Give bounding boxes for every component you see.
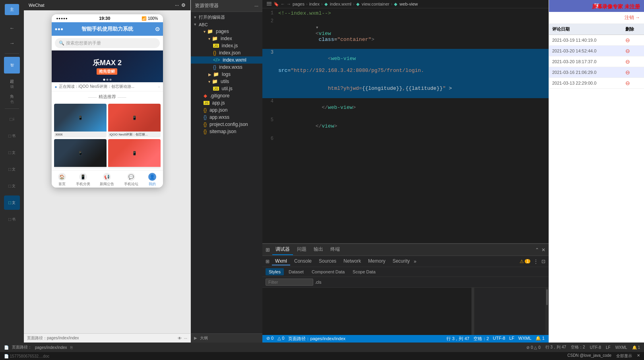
phone-settings-icon[interactable]: ⚙ xyxy=(181,2,186,8)
grid-item-1[interactable]: 📱 xxxx xyxy=(54,104,107,137)
warning-icon: ⚠ xyxy=(520,259,524,264)
file-util-js[interactable]: JS util.js xyxy=(191,85,262,92)
phone-dots-icon[interactable]: ··· xyxy=(175,2,179,8)
devtools-panel-icon[interactable]: ⊞ xyxy=(266,247,270,253)
forward-icon[interactable]: → xyxy=(287,2,291,6)
sidebar-icon-back[interactable]: ← xyxy=(4,21,20,35)
devtools-tab-terminal[interactable]: 终端 xyxy=(327,244,343,255)
outline-section[interactable]: ▶ 大纲 xyxy=(191,333,262,343)
file-app-json[interactable]: {} app.json xyxy=(191,106,262,114)
phone-search-bar[interactable]: 🔍 搜索您想要的手册 xyxy=(55,38,160,48)
sidebar-icon-s1[interactable]: 超级 xyxy=(4,77,20,91)
file-index-json[interactable]: {} index.json xyxy=(191,49,262,56)
cls-badge[interactable]: .cls xyxy=(315,280,322,285)
sidebar-icon-smart[interactable]: 智 xyxy=(4,57,20,74)
file-app-wxss[interactable]: {} app.wxss xyxy=(191,114,262,121)
breadcrumb-pages[interactable]: pages xyxy=(293,2,305,6)
phone-footer-dots-icon[interactable]: ··· xyxy=(184,336,187,341)
grid-item-3[interactable]: 📱 xyxy=(54,139,107,168)
devtools-subtab-dataset[interactable]: Dataset xyxy=(285,268,307,275)
folder-icon-3: ▶ xyxy=(208,72,211,77)
sidebar-icon-f3[interactable]: □文 xyxy=(4,145,20,160)
nav-phones[interactable]: 📱 手机分类 xyxy=(76,173,90,187)
nav-home[interactable]: 🏠 首页 xyxy=(58,173,66,187)
devtools-dock-icon[interactable]: ⊡ xyxy=(541,259,545,264)
devtools-tab-network[interactable]: Network xyxy=(340,257,364,265)
devtools-main-pane xyxy=(262,288,471,343)
comment-date-4: 2021-03-16 21:06:29.0 xyxy=(549,67,622,78)
sidebar-icon-f1[interactable]: □i xyxy=(4,112,20,126)
file-app-js[interactable]: JS app.js xyxy=(191,99,262,106)
delete-btn-1[interactable]: ⊖ xyxy=(625,37,630,43)
devtools-close-icon[interactable]: ✕ xyxy=(541,247,545,253)
delete-btn-5[interactable]: ⊖ xyxy=(625,80,630,86)
open-editors-header[interactable]: ▾ 打开的编辑器 xyxy=(191,14,262,21)
bookmark-icon[interactable]: 🔖 xyxy=(274,2,279,7)
file-sitemap[interactable]: {} sitemap.json xyxy=(191,128,262,135)
sidebar-icon-f7[interactable]: □书 xyxy=(4,212,20,226)
breadcrumb-webview: web-view xyxy=(400,2,418,6)
reading-bar: ● 正在阅读：iQOO Neo5评测：创芯驱动游... › xyxy=(52,82,163,91)
nav-news[interactable]: 📢 新闻公告 xyxy=(100,173,114,187)
sidebar-icon-f4[interactable]: □文 xyxy=(4,162,20,176)
filter-input[interactable] xyxy=(266,279,313,286)
file-utils-folder[interactable]: ▾ 📁 utils xyxy=(191,78,262,85)
sidebar-icon-f5[interactable]: □文 xyxy=(4,179,20,193)
devtools-tab-problems[interactable]: 问题 xyxy=(294,244,310,255)
csdn-all-show[interactable]: 全部显示 xyxy=(616,353,632,359)
devtools-scrollbar[interactable] xyxy=(545,288,549,343)
devtools-tab-memory[interactable]: Memory xyxy=(365,257,388,265)
breadcrumb-index[interactable]: index xyxy=(309,2,320,6)
devtools-more-tabs-icon[interactable]: » xyxy=(414,259,417,264)
sidebar-icon-f2[interactable]: □书 xyxy=(4,129,20,143)
outline-label: 大纲 xyxy=(200,336,208,340)
project-header[interactable]: ▾ ABC xyxy=(191,21,262,28)
devtools-options-icon[interactable]: ⋮ xyxy=(533,259,538,264)
file-index-folder[interactable]: ▾ 📁 index xyxy=(191,35,262,42)
file-project-config[interactable]: {} project.config.json xyxy=(191,121,262,128)
index-wxml-label: index.wxml xyxy=(223,57,246,63)
bottom-copy-icon[interactable]: ⎘ xyxy=(70,345,73,350)
sidebar-icon-forward[interactable]: → xyxy=(4,36,20,50)
csdn-close-icon[interactable]: ✕ xyxy=(637,353,640,359)
devtools-tab-console[interactable]: Console xyxy=(291,257,315,265)
devtools-tab-debugger[interactable]: 调试器 xyxy=(272,244,293,255)
pages-folder-icon: 📁 xyxy=(207,29,213,34)
devtools-subtab-scope[interactable]: Scope Data xyxy=(349,268,378,275)
file-index-wxss[interactable]: {} index.wxss xyxy=(191,64,262,71)
back-icon[interactable]: ← xyxy=(281,2,285,6)
sidebar-icon-f6[interactable]: □文 xyxy=(4,195,20,210)
devtools-tab-wxml[interactable]: Wxml xyxy=(272,257,290,265)
devtools-subtab-component[interactable]: Component Data xyxy=(308,268,348,275)
sidebar-icon-main[interactable]: 主 xyxy=(5,4,19,15)
devtools-expand-icon[interactable]: ⌃ xyxy=(535,247,539,253)
delete-btn-2[interactable]: ⊖ xyxy=(625,48,630,54)
devtools-subtab-styles[interactable]: Styles xyxy=(266,268,284,275)
file-index-wxml[interactable]: </> index.wxml xyxy=(191,56,262,64)
file-index-js[interactable]: JS index.js xyxy=(191,42,262,49)
logout-action[interactable]: 注销 → xyxy=(549,12,644,24)
breadcrumb-wxml[interactable]: index.wxml xyxy=(330,2,351,6)
devtools-tab-output[interactable]: 输出 xyxy=(310,244,326,255)
nav-forum[interactable]: 💬 手机论坛 xyxy=(124,173,138,187)
nav-forum-label: 手机论坛 xyxy=(124,182,138,187)
file-explorer-more-icon[interactable]: ··· xyxy=(254,3,258,9)
watermark: 屏幕录像专家 未注册 xyxy=(592,3,640,10)
file-pages[interactable]: ▾ 📁 pages xyxy=(191,28,262,35)
file-logs-folder[interactable]: ▶ 📁 logs xyxy=(191,71,262,78)
nav-mine[interactable]: 👤 我的 xyxy=(148,173,156,187)
phone-footer-eye-icon[interactable]: 👁 xyxy=(178,336,182,341)
file-gitignore[interactable]: ◆ .gitignore xyxy=(191,92,262,99)
project-config-label: project.config.json xyxy=(209,122,248,127)
sidebar-icon-s2[interactable]: 角色 xyxy=(4,92,20,106)
devtools-tab-security[interactable]: Security xyxy=(389,257,413,265)
delete-btn-4[interactable]: ⊖ xyxy=(625,69,630,75)
breadcrumb-view[interactable]: view.container xyxy=(362,2,390,6)
devtools-tab-sources[interactable]: Sources xyxy=(316,257,339,265)
nav-phones-label: 手机分类 xyxy=(76,182,90,187)
grid-item-2[interactable]: 📱 iQOO Neo5评测：创芯驱... xyxy=(108,104,161,137)
status-path: 页面路径：pages/index/index xyxy=(288,336,345,342)
delete-btn-3[interactable]: ⊖ xyxy=(625,58,630,65)
grid-item-4[interactable]: 📱 xyxy=(108,139,161,168)
devtools-inner-icon[interactable]: ⊞ xyxy=(266,259,270,264)
